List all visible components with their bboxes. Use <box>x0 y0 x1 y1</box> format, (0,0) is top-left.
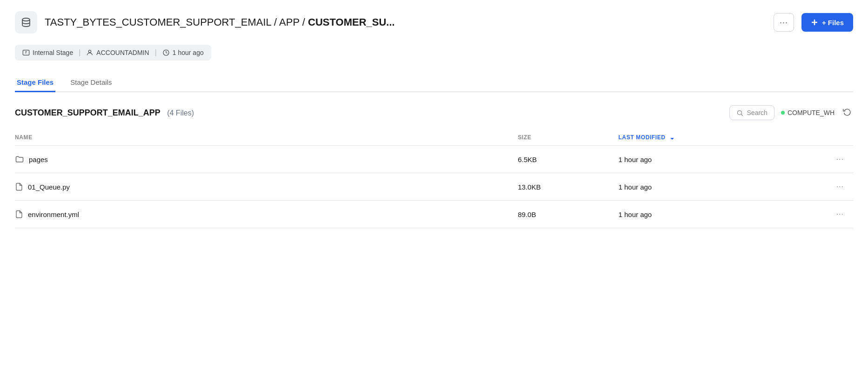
row-actions-button[interactable]: ··· <box>833 208 848 220</box>
tab-stage-details[interactable]: Stage Details <box>68 74 114 92</box>
table-row: pages 6.5KB 1 hour ago ··· <box>15 146 853 173</box>
row-actions-button[interactable]: ··· <box>833 181 848 193</box>
svg-point-4 <box>89 50 91 53</box>
compute-dot <box>781 111 785 115</box>
file-actions-cell: ··· <box>786 146 853 173</box>
search-box[interactable]: Search <box>729 105 775 120</box>
db-icon-wrapper <box>15 11 37 34</box>
add-files-button[interactable]: + Files <box>801 13 853 32</box>
meta-role: ACCOUNTADMIN <box>86 49 149 56</box>
svg-point-0 <box>22 18 30 21</box>
search-label: Search <box>747 109 768 116</box>
meta-bar: Internal Stage | ACCOUNTADMIN | 1 hour a… <box>15 45 211 61</box>
clock-icon <box>162 49 170 56</box>
table-row: environment.yml 89.0B 1 hour ago ··· <box>15 201 853 228</box>
page-header: TASTY_BYTES_CUSTOMER_SUPPORT_EMAIL / APP… <box>15 11 853 34</box>
tab-bar: Stage Files Stage Details <box>15 74 853 92</box>
compute-badge: COMPUTE_WH <box>781 109 835 116</box>
breadcrumb: TASTY_BYTES_CUSTOMER_SUPPORT_EMAIL / APP… <box>45 16 766 28</box>
search-icon <box>736 109 743 116</box>
file-size: 6.5KB <box>518 146 618 173</box>
col-header-size: SIZE <box>518 129 618 146</box>
content-toolbar: CUSTOMER_SUPPORT_EMAIL_APP (4 Files) Sea… <box>15 105 853 120</box>
folder-name: CUSTOMER_SUPPORT_EMAIL_APP <box>15 108 160 117</box>
table-header-row: NAME SIZE LAST MODIFIED <box>15 129 853 146</box>
file-name-cell: environment.yml <box>15 201 518 228</box>
meta-sep-2: | <box>155 48 157 57</box>
folder-icon <box>15 155 24 164</box>
file-icon <box>15 182 23 191</box>
svg-line-7 <box>741 114 742 116</box>
file-name-cell: 01_Queue.py <box>15 173 518 201</box>
file-name-cell: pages <box>15 146 518 173</box>
database-icon <box>20 17 32 28</box>
col-header-last-modified[interactable]: LAST MODIFIED <box>618 129 786 146</box>
file-icon <box>15 210 23 219</box>
meta-time: 1 hour ago <box>162 49 204 56</box>
file-count: (4 Files) <box>167 109 194 117</box>
toolbar-right: Search COMPUTE_WH <box>729 105 853 120</box>
file-size: 13.0KB <box>518 173 618 201</box>
plus-icon <box>811 19 818 26</box>
tab-stage-files[interactable]: Stage Files <box>15 74 55 92</box>
svg-rect-3 <box>23 50 29 55</box>
file-modified: 1 hour ago <box>618 173 786 201</box>
compute-label: COMPUTE_WH <box>788 109 835 116</box>
more-button[interactable]: ··· <box>774 13 794 32</box>
file-table: NAME SIZE LAST MODIFIED pages 6. <box>15 129 853 228</box>
col-header-actions <box>786 129 853 146</box>
row-actions-button[interactable]: ··· <box>833 153 848 165</box>
internal-stage-icon <box>22 49 30 56</box>
meta-stage-type: Internal Stage <box>22 49 73 56</box>
svg-point-6 <box>737 110 741 115</box>
folder-heading: CUSTOMER_SUPPORT_EMAIL_APP (4 Files) <box>15 108 194 118</box>
files-btn-label: + Files <box>822 19 844 27</box>
file-modified: 1 hour ago <box>618 201 786 228</box>
breadcrumb-normal: TASTY_BYTES_CUSTOMER_SUPPORT_EMAIL / APP… <box>45 16 308 28</box>
col-header-name: NAME <box>15 129 518 146</box>
user-icon <box>86 49 93 56</box>
breadcrumb-bold: CUSTOMER_SU... <box>308 16 395 28</box>
table-row: 01_Queue.py 13.0KB 1 hour ago ··· <box>15 173 853 201</box>
file-actions-cell: ··· <box>786 201 853 228</box>
file-size: 89.0B <box>518 201 618 228</box>
refresh-icon <box>843 108 851 116</box>
sort-down-icon <box>669 135 675 141</box>
refresh-button[interactable] <box>841 106 853 120</box>
file-modified: 1 hour ago <box>618 146 786 173</box>
file-actions-cell: ··· <box>786 173 853 201</box>
meta-sep-1: | <box>79 48 80 57</box>
